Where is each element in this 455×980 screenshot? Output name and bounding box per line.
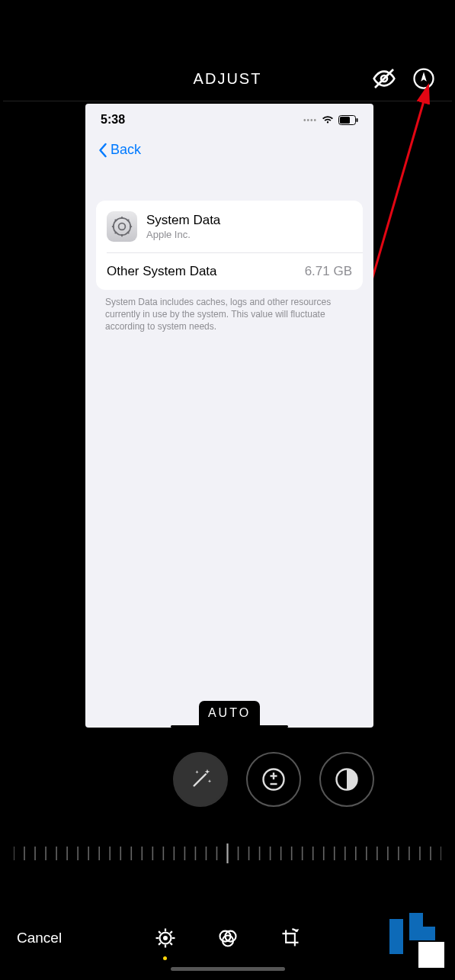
svg-rect-78 (389, 919, 403, 954)
svg-line-72 (159, 943, 161, 945)
gear-icon (111, 215, 133, 238)
svg-rect-77 (418, 942, 444, 968)
adjustment-slider[interactable] (14, 840, 441, 866)
settings-app-icon (107, 211, 137, 242)
svg-line-17 (194, 774, 207, 787)
auto-label: AUTO (208, 706, 251, 720)
adjust-tab[interactable] (152, 925, 178, 951)
topbar-divider (3, 101, 452, 101)
storage-row: Other System Data 6.71 GB (96, 253, 363, 290)
storage-row-value: 6.71 GB (305, 264, 352, 279)
auto-enhance-indicator: AUTO (171, 701, 288, 728)
cellular-dots-icon: •••• (303, 116, 317, 124)
back-label: Back (111, 142, 141, 158)
contrast-icon (333, 766, 360, 793)
back-button[interactable]: Back (98, 142, 141, 158)
status-icons: •••• (303, 115, 358, 125)
brilliance-tool[interactable] (319, 752, 374, 807)
app-publisher: Apple Inc. (146, 229, 352, 240)
svg-rect-6 (357, 118, 358, 122)
bottombar: Cancel (3, 919, 452, 957)
markup-button[interactable] (409, 64, 438, 93)
watermark-logo (389, 913, 444, 968)
markup-icon (412, 67, 435, 90)
auto-underline (171, 725, 288, 728)
wifi-icon (322, 115, 334, 124)
topbar-title: ADJUST (194, 70, 262, 88)
statusbar: 5:38 •••• (85, 104, 373, 136)
svg-line-71 (170, 943, 172, 945)
svg-point-65 (164, 937, 167, 940)
cancel-button[interactable]: Cancel (17, 930, 62, 946)
filters-icon (217, 927, 239, 949)
auto-button[interactable]: AUTO (199, 701, 260, 725)
svg-line-73 (170, 931, 172, 933)
topbar-actions (370, 59, 438, 98)
storage-footer-note: System Data includes caches, logs and ot… (85, 290, 373, 333)
app-header-text: System Data Apple Inc. (146, 213, 352, 240)
magic-wand-icon (187, 766, 214, 793)
filters-tab[interactable] (215, 925, 241, 951)
battery-icon (338, 115, 358, 125)
svg-rect-5 (340, 117, 350, 124)
eye-off-icon (372, 66, 396, 91)
svg-point-8 (119, 223, 126, 230)
app-header-row: System Data Apple Inc. (96, 201, 363, 252)
exposure-tool[interactable] (246, 752, 301, 807)
edit-mode-tabs (152, 925, 303, 951)
storage-card: System Data Apple Inc. Other System Data… (96, 201, 363, 290)
exposure-icon (260, 766, 287, 793)
svg-rect-80 (409, 927, 435, 940)
svg-line-70 (159, 931, 161, 933)
status-time: 5:38 (101, 113, 125, 127)
chevron-left-icon (98, 143, 107, 158)
crop-rotate-icon (280, 927, 301, 949)
adjust-tools-row (3, 752, 452, 807)
navbar: Back (85, 136, 373, 170)
storage-row-label: Other System Data (107, 264, 217, 279)
photo-edit-screen: ADJUST 5:38 (0, 0, 455, 980)
adjust-dial-icon (154, 927, 177, 949)
hide-preview-button[interactable] (370, 64, 399, 93)
slider-ticks (14, 842, 441, 865)
app-title: System Data (146, 213, 352, 228)
home-indicator (171, 967, 285, 971)
crop-tab[interactable] (277, 925, 303, 951)
topbar: ADJUST (3, 59, 452, 98)
auto-enhance-tool[interactable] (173, 752, 228, 807)
photo-preview[interactable]: 5:38 •••• Back System Data Apple Inc. (85, 104, 373, 728)
